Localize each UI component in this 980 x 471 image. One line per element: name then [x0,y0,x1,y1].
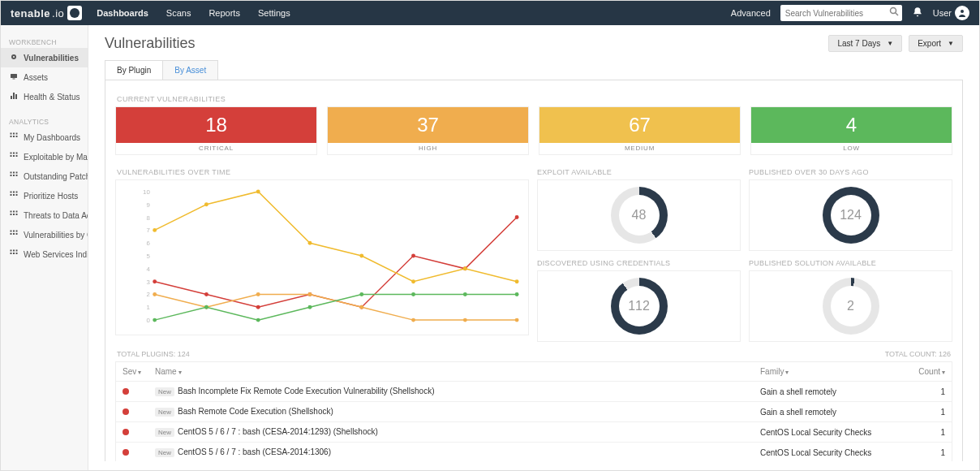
svg-rect-18 [13,155,15,157]
sidebar-item[interactable]: Assets [1,67,88,87]
svg-rect-6 [11,74,17,78]
sidebar-section-analytics: ANALYTICS [1,113,88,127]
svg-text:0: 0 [146,317,150,324]
published-30-card[interactable]: 124 [749,179,952,251]
notifications-icon[interactable] [912,6,923,20]
tab[interactable]: By Plugin [105,61,163,80]
svg-point-0 [70,8,80,18]
topnav-item[interactable]: Reports [208,8,240,18]
topnav-item[interactable]: Settings [258,8,290,18]
svg-point-5 [13,56,15,58]
sidebar-item-label: Vulnerabilities by C… [24,231,88,240]
col-count[interactable]: Count▾ [906,367,945,376]
severity-card[interactable]: 67MEDIUM [539,106,741,155]
severity-card[interactable]: 37HIGH [327,106,529,155]
svg-rect-25 [16,175,18,176]
discovered-credentials-card[interactable]: 112 [537,270,741,342]
export-button[interactable]: Export▼ [909,35,963,52]
topnav-item[interactable]: Dashboards [97,8,148,18]
sidebar-item[interactable]: Outstanding Patch… [1,166,88,186]
search-input[interactable] [780,5,902,21]
topbar: tenable.io DashboardsScansReportsSetting… [1,1,979,25]
severity-card[interactable]: 4LOW [750,106,952,155]
table-row[interactable]: NewBash Remote Code Execution (Shellshoc… [116,402,952,422]
svg-rect-35 [11,214,12,215]
sidebar-item-icon [9,132,19,143]
svg-text:4: 4 [146,266,150,273]
svg-rect-40 [16,231,18,232]
tab[interactable]: By Asset [163,61,217,80]
svg-rect-21 [13,172,15,174]
severity-label: LOW [843,145,860,152]
col-sev[interactable]: Sev▾ [122,367,155,376]
svg-text:2: 2 [146,291,149,298]
sidebar-item[interactable]: Vulnerabilities by C… [1,225,88,244]
main-content: Vulnerabilities Last 7 Days▼ Export▼ By … [88,25,979,470]
svg-rect-34 [16,211,18,213]
sidebar-section-workbench: WORKBENCH [1,33,88,48]
sev-dot-icon [122,448,155,457]
svg-point-63 [256,305,260,309]
severity-card[interactable]: 18CRITICAL [115,106,317,155]
date-range-dropdown[interactable]: Last 7 Days▼ [828,35,902,52]
row-family: Gain a shell remotely [760,408,906,417]
svg-rect-32 [11,211,12,213]
svg-text:3: 3 [146,279,150,286]
topnav-item[interactable]: Scans [166,8,191,18]
svg-text:6: 6 [146,240,150,247]
svg-point-76 [515,318,519,322]
table-row[interactable]: NewCentOS 5 / 6 / 7 : bash (CESA-2014:13… [116,443,952,461]
sidebar-item-label: Web Services Indic… [24,250,88,259]
sidebar-item-label: Health & Status [24,93,80,102]
svg-point-87 [256,318,260,322]
col-name[interactable]: Name▾ [155,367,760,376]
sidebar-item[interactable]: Exploitable by Mal… [1,147,88,166]
page-title: Vulnerabilities [105,35,195,52]
sidebar-item-icon [9,190,19,201]
top-nav: DashboardsScansReportsSettings [97,8,290,18]
table-row[interactable]: NewCentOS 5 / 6 / 7 : bash (CESA-2014:12… [116,422,952,443]
svg-text:10: 10 [143,188,150,196]
exploit-available-card[interactable]: 48 [537,179,741,251]
sidebar-item-label: Exploitable by Mal… [24,153,88,162]
sidebar-item[interactable]: Web Services Indic… [1,244,88,264]
brand-logo[interactable]: tenable.io [11,6,82,20]
table-row[interactable]: NewBash Incomplete Fix Remote Code Execu… [116,382,952,402]
svg-text:8: 8 [146,214,150,222]
advanced-link[interactable]: Advanced [731,8,771,18]
svg-rect-42 [13,233,15,235]
col-family[interactable]: Family▾ [760,367,906,376]
svg-rect-12 [13,136,15,137]
sidebar-item-icon [9,71,19,83]
svg-rect-33 [13,211,15,213]
svg-text:9: 9 [146,201,149,209]
sidebar-item-label: Threats to Data Ac… [24,211,88,220]
sidebar-item[interactable]: My Dashboards [1,127,88,147]
sidebar-item[interactable]: Prioritize Hosts [1,186,88,205]
severity-label: MEDIUM [625,145,655,152]
svg-text:5: 5 [146,253,150,260]
published-solution-card[interactable]: 2 [749,270,952,342]
svg-rect-36 [13,214,15,215]
sidebar-item[interactable]: Threats to Data Ac… [1,205,88,225]
svg-rect-11 [11,136,12,137]
user-label: User [933,8,952,18]
svg-rect-49 [16,253,18,254]
sidebar-item[interactable]: Health & Status [1,87,88,106]
row-family: CentOS Local Security Checks [760,448,906,457]
svg-rect-22 [16,172,18,174]
sidebar-item[interactable]: Vulnerabilities [1,48,88,67]
svg-point-77 [153,228,157,232]
section-solution-label: PUBLISHED SOLUTION AVAILABLE [749,259,876,267]
svg-point-68 [515,215,519,219]
svg-point-90 [411,292,415,296]
svg-point-61 [153,279,157,283]
svg-point-1 [890,8,896,14]
svg-text:1: 1 [146,304,149,311]
sev-dot-icon [122,387,155,396]
user-menu[interactable]: User [933,6,969,20]
svg-rect-47 [11,253,12,254]
svg-point-3 [961,10,964,13]
search-icon[interactable] [889,6,899,19]
svg-point-75 [463,318,467,322]
